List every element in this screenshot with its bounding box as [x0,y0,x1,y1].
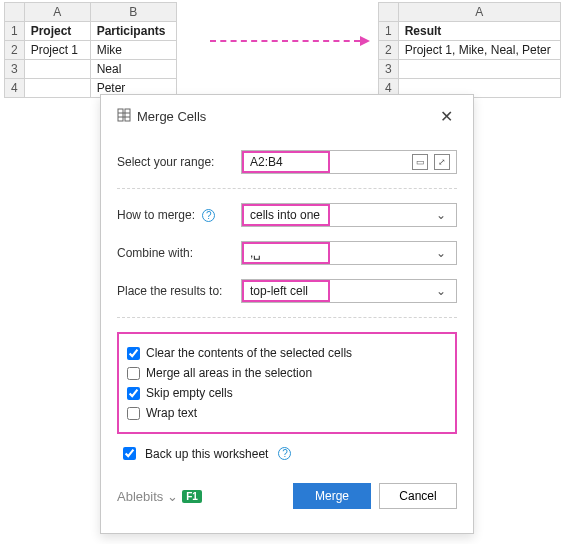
cell[interactable]: Mike [90,41,176,60]
row-header[interactable]: 3 [379,60,399,79]
svg-rect-1 [125,109,130,121]
checkbox-input[interactable] [127,347,140,360]
cell[interactable] [398,60,560,79]
backup-checkbox[interactable]: Back up this worksheet ? [119,444,457,463]
cell[interactable]: Participants [90,22,176,41]
separator [117,188,457,189]
help-icon[interactable]: ? [278,447,291,460]
checkbox-input[interactable] [127,407,140,420]
cell[interactable]: Project [24,22,90,41]
svg-rect-0 [118,109,123,121]
checkbox-label: Clear the contents of the selected cells [146,346,352,360]
checkbox-input[interactable] [127,367,140,380]
skip-empty-checkbox[interactable]: Skip empty cells [127,386,447,400]
range-input[interactable]: A2:B4 ▭ ⤢ [241,150,457,174]
merge-areas-checkbox[interactable]: Merge all areas in the selection [127,366,447,380]
how-to-merge-label: How to merge: ? [117,208,241,222]
options-group: Clear the contents of the selected cells… [117,332,457,434]
chevron-down-icon: ⌄ [432,208,450,222]
wrap-text-checkbox[interactable]: Wrap text [127,406,447,420]
corner-cell [5,3,25,22]
cell[interactable] [24,79,90,98]
merge-cells-dialog: Merge Cells ✕ Select your range: A2:B4 ▭… [100,94,474,534]
collapse-range-icon[interactable]: ▭ [412,154,428,170]
cancel-button[interactable]: Cancel [379,483,457,509]
close-icon[interactable]: ✕ [436,107,457,126]
place-results-value: top-left cell [242,280,330,302]
separator [117,317,457,318]
row-header[interactable]: 4 [5,79,25,98]
checkbox-label: Merge all areas in the selection [146,366,312,380]
row-header[interactable]: 3 [5,60,25,79]
cell[interactable]: Result [398,22,560,41]
row-header[interactable]: 2 [5,41,25,60]
brand-name: Ablebits [117,489,163,504]
col-header[interactable]: A [398,3,560,22]
checkbox-label: Skip empty cells [146,386,233,400]
combine-with-value: ,␣ [242,242,330,264]
help-icon[interactable]: ? [202,209,215,222]
range-value[interactable]: A2:B4 [242,151,330,173]
row-header[interactable]: 2 [379,41,399,60]
chevron-down-icon: ⌄ [167,489,178,504]
place-results-label: Place the results to: [117,284,241,298]
corner-cell [379,3,399,22]
result-sheet: A 1 Result 2 Project 1, Mike, Neal, Pete… [378,2,561,98]
range-label: Select your range: [117,155,241,169]
combine-with-select[interactable]: ,␣ ⌄ [241,241,457,265]
brand-link[interactable]: Ablebits ⌄ F1 [117,489,202,504]
combine-with-label: Combine with: [117,246,241,260]
checkbox-label: Wrap text [146,406,197,420]
checkbox-input[interactable] [123,447,136,460]
cell[interactable] [24,60,90,79]
place-results-select[interactable]: top-left cell ⌄ [241,279,457,303]
source-sheet: A B 1 Project Participants 2 Project 1 M… [4,2,177,98]
dialog-title: Merge Cells [137,109,206,124]
cell[interactable]: Project 1, Mike, Neal, Peter [398,41,560,60]
merge-cells-icon [117,108,131,125]
chevron-down-icon: ⌄ [432,284,450,298]
help-badge[interactable]: F1 [182,490,202,503]
row-header[interactable]: 1 [379,22,399,41]
cell[interactable]: Project 1 [24,41,90,60]
arrow-icon [210,40,360,42]
row-header[interactable]: 1 [5,22,25,41]
expand-range-icon[interactable]: ⤢ [434,154,450,170]
col-header[interactable]: B [90,3,176,22]
checkbox-label: Back up this worksheet [145,447,268,461]
col-header[interactable]: A [24,3,90,22]
clear-contents-checkbox[interactable]: Clear the contents of the selected cells [127,346,447,360]
chevron-down-icon: ⌄ [432,246,450,260]
checkbox-input[interactable] [127,387,140,400]
how-to-merge-select[interactable]: cells into one ⌄ [241,203,457,227]
how-to-merge-value: cells into one [242,204,330,226]
merge-button[interactable]: Merge [293,483,371,509]
cell[interactable]: Neal [90,60,176,79]
